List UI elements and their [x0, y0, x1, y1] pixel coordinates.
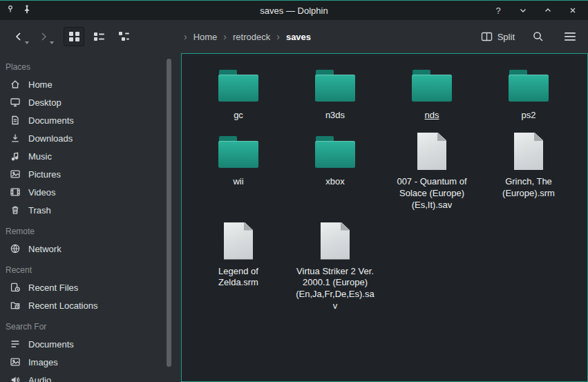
search-button[interactable] [530, 28, 547, 45]
content: Places Home Desktop Documents Downloads … [0, 53, 588, 382]
folder-icon [412, 68, 452, 102]
recent-files-icon [10, 282, 21, 293]
sidebar-item-recent-files[interactable]: Recent Files [0, 278, 181, 296]
document-icon [10, 115, 21, 126]
folder-item-nds[interactable]: nds [383, 64, 480, 122]
download-icon [10, 133, 21, 144]
item-label: Grinch, The (Europe).srm [488, 176, 569, 200]
dolphin-window: saves — Dolphin ? [0, 0, 588, 382]
item-label: ps2 [522, 110, 536, 122]
monitor-icon [10, 97, 21, 108]
sidebar-item-label: Audio [28, 375, 51, 382]
details-view-button[interactable] [88, 27, 109, 46]
file-icon [321, 222, 350, 260]
folder-item-wii[interactable]: wii [190, 130, 287, 211]
file-item-legend-of-zelda[interactable]: Legend of Zelda.srm [190, 220, 287, 313]
sidebar-item-downloads[interactable]: Downloads [0, 129, 181, 147]
file-icon [224, 222, 253, 260]
titlebar-app-icons [6, 1, 32, 20]
recent-locations-icon [10, 300, 21, 311]
sidebar-item-search-images[interactable]: Images [0, 353, 181, 371]
file-item-grinch[interactable]: Grinch, The (Europe).srm [480, 130, 577, 211]
section-label-remote: Remote [0, 223, 181, 240]
trash-icon [10, 204, 21, 216]
help-button[interactable]: ? [493, 5, 504, 16]
sidebar-item-music[interactable]: Music [0, 147, 181, 165]
sidebar-item-label: Videos [28, 187, 56, 198]
folder-icon [315, 68, 355, 102]
folder-icon [509, 68, 549, 102]
sidebar-item-search-documents[interactable]: Documents [0, 335, 181, 353]
sidebar-item-home[interactable]: Home [0, 75, 181, 93]
folder-icon [315, 135, 355, 168]
file-item-virtua-striker[interactable]: Virtua Striker 2 Ver. 2000.1 (Europe) (E… [287, 220, 383, 313]
home-icon [10, 79, 21, 90]
section-label-recent: Recent [0, 262, 181, 278]
split-button[interactable]: Split [481, 31, 515, 42]
folder-item-gc[interactable]: gc [190, 64, 287, 122]
sidebar-item-label: Desktop [28, 97, 61, 108]
search-icon [532, 30, 544, 43]
item-label: Virtua Striker 2 Ver. 2000.1 (Europe) (E… [294, 266, 376, 313]
sidebar-item-desktop[interactable]: Desktop [0, 93, 181, 111]
folder-icon [218, 68, 258, 102]
breadcrumb-retrodeck[interactable]: retrodeck [233, 32, 270, 42]
sidebar-item-label: Images [28, 357, 58, 367]
item-label: gc [234, 110, 243, 122]
sidebar-item-videos[interactable]: Videos [0, 183, 181, 201]
item-label: Legend of Zelda.srm [198, 266, 279, 289]
hamburger-icon [564, 32, 576, 41]
maximize-button[interactable] [542, 5, 553, 16]
breadcrumb-separator: › [223, 31, 227, 42]
item-label: xbox [325, 176, 344, 188]
tree-view-button[interactable] [113, 27, 134, 46]
breadcrumb-separator: › [276, 31, 280, 42]
back-dropdown-caret[interactable] [25, 41, 29, 44]
sidebar-item-label: Documents [28, 339, 74, 350]
sidebar-item-label: Documents [28, 115, 74, 126]
image-icon [10, 169, 21, 180]
sidebar-item-network[interactable]: Network [0, 240, 181, 258]
file-icon [417, 133, 446, 170]
item-label: nds [425, 110, 439, 122]
sidebar-item-recent-locations[interactable]: Recent Locations [0, 296, 181, 314]
breadcrumb-separator: › [184, 31, 187, 42]
sidebar-scrollbar[interactable] [167, 59, 171, 367]
sidebar-item-trash[interactable]: Trash [0, 201, 181, 219]
toolbar-right-group: Split [481, 28, 578, 45]
section-label-places: Places [0, 59, 181, 75]
minimize-button[interactable] [518, 5, 529, 16]
globe-icon [10, 243, 21, 254]
menu-button[interactable] [562, 28, 578, 45]
file-item-007-quantum-of-solace[interactable]: 007 - Quantum of Solace (Europe) (Es,It)… [383, 130, 480, 211]
sidebar-item-label: Downloads [28, 133, 73, 144]
folder-item-n3ds[interactable]: n3ds [287, 64, 383, 122]
breadcrumb-saves[interactable]: saves [286, 32, 311, 42]
sidebar-item-label: Pictures [28, 169, 61, 180]
forward-dropdown-caret[interactable] [50, 41, 54, 44]
image-icon [10, 356, 21, 367]
pin-icon [6, 4, 15, 17]
folder-item-xbox[interactable]: xbox [287, 130, 383, 211]
forward-button[interactable] [36, 28, 51, 45]
icons-view-button[interactable] [64, 27, 84, 46]
breadcrumb: › Home › retrodeck › saves [184, 20, 311, 53]
back-button[interactable] [11, 28, 26, 45]
close-button[interactable] [567, 5, 578, 16]
sidebar-item-label: Home [28, 79, 53, 90]
split-label: Split [497, 32, 515, 42]
folder-view: gc n3ds nds ps2 wii [181, 53, 588, 382]
nav-group [11, 28, 51, 45]
pin-icon [22, 4, 32, 17]
sidebar-item-search-audio[interactable]: Audio [0, 371, 181, 382]
sidebar-item-label: Recent Locations [28, 300, 97, 311]
document-lines-icon [10, 338, 21, 350]
item-label: wii [233, 176, 243, 188]
breadcrumb-home[interactable]: Home [193, 32, 218, 42]
titlebar: saves — Dolphin ? [0, 1, 588, 20]
toolbar: › Home › retrodeck › saves Split [0, 20, 588, 53]
folder-item-ps2[interactable]: ps2 [480, 64, 577, 122]
sidebar-item-pictures[interactable]: Pictures [0, 165, 181, 183]
file-grid: gc n3ds nds ps2 wii [190, 64, 587, 312]
sidebar-item-documents[interactable]: Documents [0, 111, 181, 129]
